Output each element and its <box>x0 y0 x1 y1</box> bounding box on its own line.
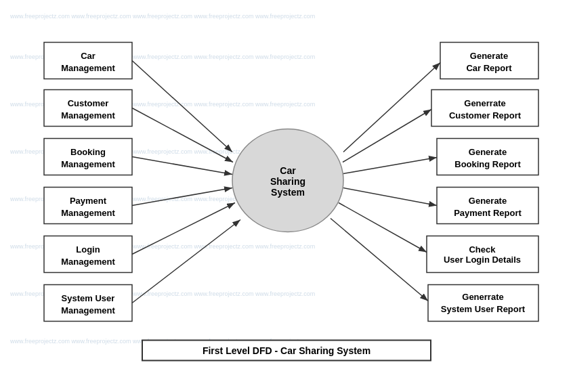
sysuser-report-label2: System User Report <box>441 304 526 314</box>
diagram-container: www.freeprojectz.com www.freeprojectz.co… <box>7 7 566 365</box>
payment-report-label: Generate <box>469 196 507 206</box>
booking-report-box <box>437 139 538 175</box>
payment-report-box <box>437 188 538 224</box>
payment-management-label2: Management <box>61 208 115 218</box>
payment-management-box <box>44 188 132 224</box>
sysuser-report-box <box>428 285 538 322</box>
sysuser-report-label: Generrate <box>462 292 503 302</box>
booking-management-label2: Management <box>61 159 115 169</box>
booking-report-label: Generate <box>469 147 507 157</box>
svg-text:www.freeprojectz.com          : www.freeprojectz.com www.freeprojectz.co… <box>9 13 315 20</box>
login-details-label2: User Login Details <box>444 255 521 265</box>
car-report-box <box>440 43 538 79</box>
center-label2: Sharing <box>270 176 305 187</box>
payment-management-label: Payment <box>70 196 107 206</box>
booking-management-box <box>44 139 132 175</box>
customer-report-label: Generrate <box>464 98 505 108</box>
login-management-box <box>44 236 132 273</box>
arrow-booking-to-center <box>132 157 232 175</box>
login-management-label2: Management <box>61 257 115 267</box>
booking-report-label2: Booking Report <box>454 159 521 169</box>
arrow-center-to-booking-report <box>343 158 437 174</box>
arrow-center-to-sysuser-report <box>331 219 428 301</box>
arrow-center-to-car-report <box>343 63 440 152</box>
customer-report-label2: Customer Report <box>449 110 522 121</box>
sysuser-management-label: System User <box>62 293 115 303</box>
diagram-title: First Level DFD - Car Sharing System <box>203 345 370 356</box>
car-report-label: Generate <box>470 51 508 61</box>
customer-management-box <box>44 90 132 127</box>
customer-management-label2: Management <box>61 110 115 121</box>
customer-management-label: Customer <box>68 98 109 108</box>
booking-management-label: Booking <box>70 147 106 157</box>
arrow-center-to-payment-report <box>343 188 437 206</box>
car-report-label2: Car Report <box>466 63 512 73</box>
center-label1: Car <box>280 165 296 176</box>
car-management-box <box>44 43 132 79</box>
car-management-label: Car <box>81 51 96 61</box>
login-management-label: Login <box>76 244 100 255</box>
arrow-center-to-login-details <box>339 203 427 253</box>
login-details-label: Check <box>469 244 496 255</box>
customer-report-box <box>431 90 538 127</box>
center-label3: System <box>271 187 305 198</box>
sysuser-management-label2: Management <box>61 305 115 315</box>
arrow-center-to-customer-report <box>343 110 431 162</box>
payment-report-label2: Payment Report <box>454 208 522 218</box>
sysuser-management-box <box>44 285 132 322</box>
car-management-label2: Management <box>61 63 115 73</box>
